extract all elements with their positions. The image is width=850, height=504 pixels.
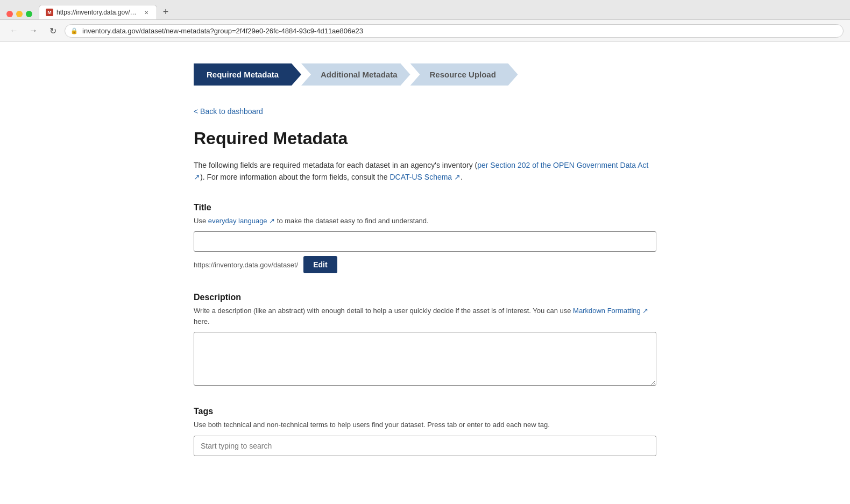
markdown-formatting-link[interactable]: Markdown Formatting ↗ <box>573 307 648 315</box>
browser-chrome: M https://inventory.data.gov/datas ✕ + ←… <box>0 0 850 42</box>
tab-title: https://inventory.data.gov/datas <box>56 9 139 16</box>
tags-label: Tags <box>194 407 656 416</box>
title-label: Title <box>194 203 656 212</box>
step-additional-metadata[interactable]: Additional Metadata <box>301 63 410 86</box>
minimize-traffic-light[interactable] <box>16 11 23 17</box>
url-edit-row: https://inventory.data.gov/dataset/ Edit <box>194 256 656 273</box>
step-resource-upload-label: Resource Upload <box>430 70 496 79</box>
close-traffic-light[interactable] <box>6 11 13 17</box>
edit-url-button[interactable]: Edit <box>303 256 337 273</box>
title-input[interactable] <box>194 231 656 252</box>
step-resource-upload[interactable]: Resource Upload <box>410 63 518 86</box>
description-input[interactable] <box>194 332 656 386</box>
description-label: Description <box>194 293 656 302</box>
tags-hint: Use both technical and non-technical ter… <box>194 420 656 430</box>
title-hint: Use everyday language ↗ to make the data… <box>194 216 656 226</box>
title-field-section: Title Use everyday language ↗ to make th… <box>194 203 656 274</box>
step-required-metadata[interactable]: Required Metadata <box>194 63 301 86</box>
intro-text-before: The following fields are required metada… <box>194 161 477 169</box>
lock-icon: 🔒 <box>70 27 78 34</box>
url-prefix: https://inventory.data.gov/dataset/ <box>194 261 298 269</box>
url-text: inventory.data.gov/dataset/new-metadata?… <box>82 27 363 35</box>
stepper: Required Metadata Additional Metadata Re… <box>194 63 656 86</box>
tags-input[interactable] <box>194 436 656 456</box>
intro-description: The following fields are required metada… <box>194 159 656 183</box>
page-title: Required Metadata <box>194 129 656 148</box>
address-bar[interactable]: 🔒 inventory.data.gov/dataset/new-metadat… <box>65 24 844 38</box>
back-button[interactable]: ← <box>6 23 22 38</box>
tab-close-button[interactable]: ✕ <box>143 9 150 16</box>
new-tab-button[interactable]: + <box>158 4 173 19</box>
browser-tab[interactable]: M https://inventory.data.gov/datas ✕ <box>39 5 157 19</box>
maximize-traffic-light[interactable] <box>26 11 32 17</box>
reload-button[interactable]: ↻ <box>45 23 60 38</box>
forward-button[interactable]: → <box>26 23 41 38</box>
step-required-metadata-label: Required Metadata <box>207 70 279 79</box>
description-field-section: Description Write a description (like an… <box>194 293 656 387</box>
tags-field-section: Tags Use both technical and non-technica… <box>194 407 656 456</box>
tab-favicon: M <box>46 9 53 16</box>
dcat-us-schema-link[interactable]: DCAT-US Schema ↗ <box>390 173 461 181</box>
everyday-language-link[interactable]: everyday language ↗ <box>208 217 275 225</box>
back-to-dashboard-link[interactable]: < Back to dashboard <box>194 107 263 116</box>
description-hint: Write a description (like an abstract) w… <box>194 306 656 326</box>
page-content: Required Metadata Additional Metadata Re… <box>183 42 667 497</box>
step-additional-metadata-label: Additional Metadata <box>321 70 398 79</box>
